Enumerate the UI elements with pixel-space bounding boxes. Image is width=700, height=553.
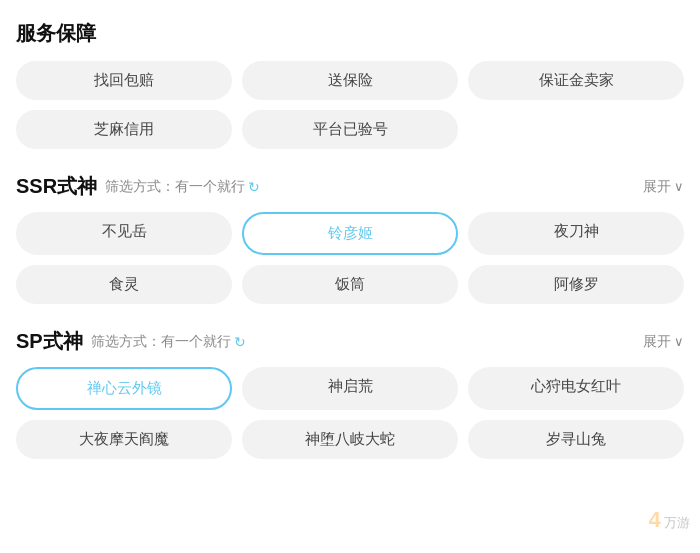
sp-section-header: SP式神 筛选方式：有一个就行 ↻ 展开 [16,328,684,355]
service-tag-grid: 找回包赔 送保险 保证金卖家 [16,61,684,100]
sp-expand-button[interactable]: 展开 [643,333,684,351]
service-tag-0[interactable]: 找回包赔 [16,61,232,100]
sp-tag-0[interactable]: 禅心云外镜 [16,367,232,410]
ssr-tag-0[interactable]: 不见岳 [16,212,232,255]
ssr-expand-button[interactable]: 展开 [643,178,684,196]
ssr-tag-grid-row2: 食灵 饭筒 阿修罗 [16,265,684,304]
watermark: 4 万游 [648,507,690,533]
ssr-tag-grid-row1: 不见岳 铃彦姬 夜刀神 [16,212,684,255]
sp-filter-icon: ↻ [234,334,246,350]
service-tag-4[interactable]: 平台已验号 [242,110,458,149]
sp-tag-1[interactable]: 神启荒 [242,367,458,410]
ssr-filter-hint: 筛选方式：有一个就行 ↻ [105,178,260,196]
ssr-filter-text: 筛选方式：有一个就行 [105,178,245,196]
ssr-tag-1[interactable]: 铃彦姬 [242,212,458,255]
sp-filter-text: 筛选方式：有一个就行 [91,333,231,351]
sp-tag-grid-row1: 禅心云外镜 神启荒 心狩电女红叶 [16,367,684,410]
sp-tag-3[interactable]: 大夜摩天阎魔 [16,420,232,459]
sp-header-left: SP式神 筛选方式：有一个就行 ↻ [16,328,246,355]
service-tag-grid-row2: 芝麻信用 平台已验号 [16,110,684,149]
service-tag-3[interactable]: 芝麻信用 [16,110,232,149]
service-tag-2[interactable]: 保证金卖家 [468,61,684,100]
ssr-tag-4[interactable]: 饭筒 [242,265,458,304]
sp-tag-grid-row2: 大夜摩天阎魔 神堕八岐大蛇 岁寻山兔 [16,420,684,459]
sp-tag-5[interactable]: 岁寻山兔 [468,420,684,459]
sp-section-label: SP式神 [16,328,83,355]
watermark-text: 万游 [664,515,690,530]
ssr-section-header: SSR式神 筛选方式：有一个就行 ↻ 展开 [16,173,684,200]
sp-tag-4[interactable]: 神堕八岐大蛇 [242,420,458,459]
sp-divider: SP式神 筛选方式：有一个就行 ↻ 展开 禅心云外镜 神启荒 心狩电女红叶 大夜… [16,328,684,459]
ssr-header-left: SSR式神 筛选方式：有一个就行 ↻ [16,173,260,200]
ssr-tag-5[interactable]: 阿修罗 [468,265,684,304]
ssr-section-label: SSR式神 [16,173,97,200]
service-section-title: 服务保障 [16,20,684,47]
sp-filter-hint: 筛选方式：有一个就行 ↻ [91,333,246,351]
ssr-tag-2[interactable]: 夜刀神 [468,212,684,255]
ssr-divider: SSR式神 筛选方式：有一个就行 ↻ 展开 不见岳 铃彦姬 夜刀神 食灵 饭筒 … [16,173,684,304]
service-tag-1[interactable]: 送保险 [242,61,458,100]
ssr-filter-icon: ↻ [248,179,260,195]
ssr-tag-3[interactable]: 食灵 [16,265,232,304]
sp-tag-2[interactable]: 心狩电女红叶 [468,367,684,410]
